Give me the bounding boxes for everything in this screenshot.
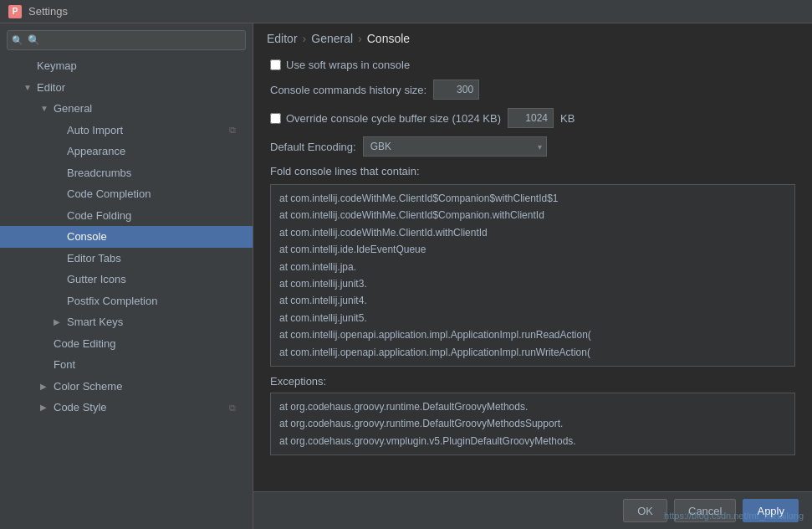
- sidebar-item-keymap[interactable]: Keymap: [0, 55, 253, 77]
- sidebar-item-gutter-icons[interactable]: Gutter Icons: [0, 269, 253, 290]
- sidebar-item-label: Keymap: [37, 58, 77, 74]
- history-size-label: Console commands history size:: [270, 84, 426, 96]
- sidebar-item-label: Code Folding: [67, 208, 131, 224]
- encoding-label: Default Encoding:: [270, 141, 356, 153]
- soft-wrap-row: Use soft wraps in console: [270, 59, 795, 71]
- buffer-checkbox[interactable]: [270, 113, 281, 124]
- soft-wrap-checkbox[interactable]: [270, 59, 281, 70]
- exception-line: at org.codehaus.groovy.vmplugin.v5.Plugi…: [279, 433, 786, 449]
- sidebar-item-label: Postfix Completion: [67, 293, 157, 310]
- sidebar-item-label: Editor Tabs: [67, 250, 121, 267]
- sidebar-item-general[interactable]: ▼ General: [0, 98, 253, 120]
- sidebar-item-label: Breadcrumbs: [67, 165, 131, 182]
- sidebar-item-editor[interactable]: ▼ Editor: [0, 77, 253, 99]
- sidebar-item-label: Code Editing: [54, 336, 115, 352]
- sidebar-item-label: Auto Import: [67, 122, 123, 139]
- sidebar-item-appearance[interactable]: Appearance: [0, 141, 253, 162]
- main-panel: Editor › General › Console Use soft wrap…: [253, 23, 812, 529]
- sidebar-item-color-scheme[interactable]: ▶ Color Scheme: [0, 376, 253, 398]
- exception-line: at org.codehaus.groovy.runtime.DefaultGr…: [279, 398, 786, 415]
- exceptions-box[interactable]: at org.codehaus.groovy.runtime.DefaultGr…: [270, 393, 795, 455]
- arrow-icon: ▼: [23, 81, 33, 94]
- sidebar-item-font[interactable]: Font: [0, 354, 253, 376]
- search-input[interactable]: [7, 30, 246, 50]
- sidebar-item-auto-import[interactable]: Auto Import ⧉: [0, 120, 253, 141]
- breadcrumb-sep2: ›: [358, 32, 362, 45]
- sidebar-tree: Keymap ▼ Editor ▼ General Auto Import ⧉ …: [0, 55, 253, 529]
- sidebar-item-label: Editor: [37, 80, 65, 96]
- arrow-icon: ▼: [40, 102, 50, 115]
- fold-line: at com.intellij.codeWithMe.ClientId$Comp…: [279, 207, 786, 223]
- buffer-text: Override console cycle buffer size (1024…: [286, 112, 501, 125]
- sidebar-item-breadcrumbs[interactable]: Breadcrumbs: [0, 162, 253, 184]
- breadcrumb-general: General: [311, 32, 353, 45]
- window-title: Settings: [28, 5, 68, 18]
- ok-button[interactable]: OK: [623, 499, 667, 522]
- sidebar-item-code-style[interactable]: ▶ Code Style ⧉: [0, 397, 253, 419]
- arrow-icon: ▶: [40, 380, 50, 393]
- fold-line: at com.intellij.jpa.: [279, 259, 786, 275]
- copy-icon: ⧉: [229, 123, 241, 137]
- fold-line: at com.intellij.junit5.: [279, 310, 786, 326]
- search-icon: 🔍: [12, 35, 23, 46]
- breadcrumb-editor: Editor: [267, 32, 298, 45]
- title-bar: P Settings: [0, 0, 812, 23]
- sidebar-item-code-folding[interactable]: Code Folding: [0, 205, 253, 227]
- encoding-select[interactable]: GBK UTF-8 ISO-8859-1 US-ASCII: [363, 136, 547, 157]
- sidebar-item-label: Code Style: [54, 399, 107, 416]
- history-size-row: Console commands history size:: [270, 80, 795, 100]
- buffer-suffix: KB: [560, 112, 575, 125]
- soft-wrap-text: Use soft wraps in console: [286, 59, 410, 71]
- exception-line: at org.codehaus.groovy.runtime.DefaultGr…: [279, 415, 786, 432]
- fold-line: at com.intellij.codeWithMe.ClientId$Comp…: [279, 190, 786, 207]
- buffer-row: Override console cycle buffer size (1024…: [270, 108, 795, 128]
- fold-line: at com.intellij.openapi.application.impl…: [279, 326, 786, 343]
- history-size-input[interactable]: [433, 80, 479, 100]
- encoding-select-wrap: GBK UTF-8 ISO-8859-1 US-ASCII ▾: [363, 136, 547, 157]
- sidebar-item-label: General: [54, 100, 92, 117]
- fold-line: at com.intellij.ide.IdeEventQueue: [279, 241, 786, 258]
- fold-line: at com.intellij.codeWithMe.ClientId.with…: [279, 224, 786, 241]
- search-box-wrap: 🔍: [0, 23, 253, 55]
- sidebar-item-label: Smart Keys: [67, 314, 123, 331]
- fold-section-label: Fold console lines that contain:: [270, 165, 795, 177]
- sidebar-item-label: Appearance: [67, 143, 125, 160]
- sidebar-item-console[interactable]: Console: [0, 226, 253, 248]
- fold-line: at com.intellij.junit4.: [279, 292, 786, 309]
- sidebar: 🔍 Keymap ▼ Editor ▼ General Au: [0, 23, 253, 529]
- app-icon: P: [8, 5, 22, 18]
- buffer-label[interactable]: Override console cycle buffer size (1024…: [270, 112, 501, 125]
- breadcrumb-console: Console: [367, 32, 410, 45]
- encoding-row: Default Encoding: GBK UTF-8 ISO-8859-1 U…: [270, 136, 795, 157]
- sidebar-item-code-completion[interactable]: Code Completion: [0, 183, 253, 205]
- arrow-icon: ▶: [54, 316, 64, 328]
- exceptions-label: Exceptions:: [270, 375, 795, 388]
- sidebar-item-editor-tabs[interactable]: Editor Tabs: [0, 248, 253, 270]
- fold-lines-box[interactable]: at com.intellij.codeWithMe.ClientId$Comp…: [270, 184, 795, 367]
- sidebar-item-postfix-completion[interactable]: Postfix Completion: [0, 290, 253, 312]
- sidebar-item-label: Font: [54, 357, 75, 373]
- sidebar-item-label: Gutter Icons: [67, 271, 126, 288]
- sidebar-item-smart-keys[interactable]: ▶ Smart Keys: [0, 311, 253, 333]
- breadcrumb: Editor › General › Console: [253, 23, 812, 52]
- sidebar-item-label: Code Completion: [67, 186, 151, 203]
- search-container: 🔍: [7, 30, 246, 50]
- sidebar-item-label: Console: [67, 229, 107, 245]
- watermark: https://blog.csdn.net/mr_liuhailong: [664, 511, 804, 521]
- soft-wrap-label[interactable]: Use soft wraps in console: [270, 59, 410, 71]
- sidebar-item-label: Color Scheme: [54, 378, 122, 395]
- buffer-size-input[interactable]: [508, 108, 554, 128]
- breadcrumb-sep1: ›: [303, 32, 307, 45]
- fold-line: at com.intellij.junit3.: [279, 275, 786, 292]
- arrow-icon: ▶: [40, 401, 50, 413]
- fold-line: at com.intellij.openapi.application.impl…: [279, 344, 786, 361]
- content-area: Use soft wraps in console Console comman…: [253, 52, 812, 491]
- sidebar-item-code-editing[interactable]: Code Editing: [0, 333, 253, 355]
- copy-icon: ⧉: [229, 401, 241, 415]
